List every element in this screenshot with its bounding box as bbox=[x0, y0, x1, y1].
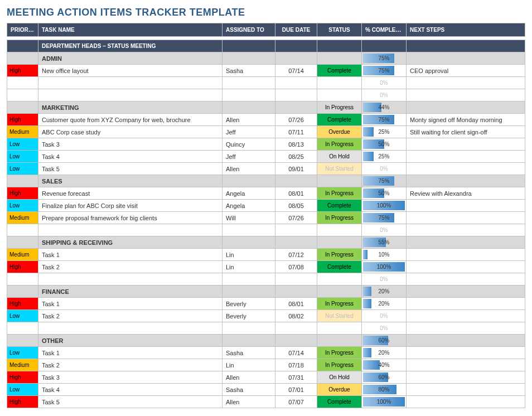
next-steps-cell bbox=[407, 371, 525, 384]
next-steps-cell bbox=[407, 273, 525, 286]
task-name-cell: Customer quote from XYZ Company for web,… bbox=[38, 114, 223, 126]
table-row: MediumPrepare proposal framework for big… bbox=[7, 212, 525, 224]
next-steps-cell: Still waiting for client sign-off bbox=[407, 126, 525, 138]
due-date-cell: 07/12 bbox=[275, 249, 317, 261]
next-steps-cell bbox=[407, 249, 525, 261]
task-name-cell: Task 2 bbox=[38, 310, 223, 322]
assigned-cell: Allen bbox=[223, 114, 275, 126]
section-title: ADMIN bbox=[38, 52, 223, 65]
table-row: HighCustomer quote from XYZ Company for … bbox=[7, 114, 525, 126]
percent-complete-cell: 60% bbox=[362, 371, 407, 384]
task-name-cell: Task 2 bbox=[38, 359, 223, 371]
status-cell bbox=[317, 77, 362, 89]
section-row: SHIPPING & RECEIVING55% bbox=[7, 236, 525, 249]
section-row: ADMIN75% bbox=[7, 52, 525, 65]
status-cell bbox=[317, 89, 362, 101]
due-date-cell: 08/25 bbox=[275, 151, 317, 163]
table-row: 0% bbox=[7, 273, 525, 286]
status-cell: In Progress bbox=[317, 212, 362, 224]
priority-cell: Medium bbox=[7, 126, 38, 138]
next-steps-cell: Monty signed off Monday morning bbox=[407, 114, 525, 126]
due-date-cell: 07/11 bbox=[275, 126, 317, 138]
assigned-cell: Sasha bbox=[223, 65, 275, 77]
percent-complete-cell: 0% bbox=[362, 89, 407, 101]
priority-cell: High bbox=[7, 187, 38, 200]
status-cell bbox=[317, 273, 362, 286]
task-name-cell: ABC Corp case study bbox=[38, 126, 223, 138]
next-steps-cell: CEO approval bbox=[407, 65, 525, 77]
assigned-cell: Allen bbox=[223, 163, 275, 175]
table-row: 0% bbox=[7, 322, 525, 335]
assigned-cell: Lin bbox=[223, 249, 275, 261]
col-priority: PRIORITY bbox=[7, 23, 38, 37]
assigned-cell: Angela bbox=[223, 187, 275, 200]
task-name-cell: Task 5 bbox=[38, 163, 223, 175]
task-name-cell: Task 3 bbox=[38, 138, 223, 151]
status-cell: Complete bbox=[317, 65, 362, 77]
percent-complete-cell: 100% bbox=[362, 200, 407, 212]
table-row: HighNew office layoutSasha07/14Complete7… bbox=[7, 65, 525, 77]
next-steps-cell bbox=[407, 359, 525, 371]
task-name-cell: Task 3 bbox=[38, 371, 223, 384]
col-next: NEXT STEPS bbox=[407, 23, 525, 37]
next-steps-cell bbox=[407, 298, 525, 310]
percent-complete-cell: 20% bbox=[362, 286, 407, 298]
percent-complete-cell: 50% bbox=[362, 138, 407, 151]
status-cell: In Progress bbox=[317, 138, 362, 151]
status-cell: In Progress bbox=[317, 101, 362, 114]
next-steps-cell: Review with Alexandra bbox=[407, 187, 525, 200]
next-steps-cell bbox=[407, 261, 525, 273]
due-date-cell: 07/26 bbox=[275, 114, 317, 126]
percent-complete-cell: 25% bbox=[362, 151, 407, 163]
table-row: LowTask 2Beverly08/02Not Started0% bbox=[7, 310, 525, 322]
table-row: MediumTask 2Lin07/18In Progress40% bbox=[7, 359, 525, 371]
status-cell bbox=[317, 322, 362, 335]
percent-complete-cell: 100% bbox=[362, 261, 407, 273]
tracker-table: PRIORITY TASK NAME ASSIGNED TO DUE DATE … bbox=[7, 23, 525, 408]
percent-complete-cell: 50% bbox=[362, 187, 407, 200]
task-name-cell bbox=[38, 89, 223, 101]
table-row: LowTask 4Jeff08/25On Hold25% bbox=[7, 151, 525, 163]
next-steps-cell bbox=[407, 163, 525, 175]
assigned-cell bbox=[223, 273, 275, 286]
assigned-cell: Allen bbox=[223, 371, 275, 384]
percent-complete-cell: 0% bbox=[362, 310, 407, 322]
priority-cell bbox=[7, 273, 38, 286]
status-cell: In Progress bbox=[317, 187, 362, 200]
task-name-cell: Prepare proposal framework for big clien… bbox=[38, 212, 223, 224]
due-date-cell: 08/01 bbox=[275, 298, 317, 310]
priority-cell: Low bbox=[7, 163, 38, 175]
due-date-cell: 07/08 bbox=[275, 261, 317, 273]
table-row: LowTask 5Allen09/01Not Started0% bbox=[7, 163, 525, 175]
task-name-cell: Revenue forecast bbox=[38, 187, 223, 200]
percent-complete-cell: 10% bbox=[362, 249, 407, 261]
due-date-cell bbox=[275, 273, 317, 286]
percent-complete-cell: 0% bbox=[362, 322, 407, 335]
task-name-cell: Task 5 bbox=[38, 396, 223, 408]
table-row: HighTask 5Allen07/07Complete100% bbox=[7, 396, 525, 408]
task-name-cell bbox=[38, 322, 223, 335]
due-date-cell: 08/05 bbox=[275, 200, 317, 212]
assigned-cell: Beverly bbox=[223, 310, 275, 322]
assigned-cell: Jeff bbox=[223, 151, 275, 163]
next-steps-cell bbox=[407, 347, 525, 359]
percent-complete-cell: 44% bbox=[362, 101, 407, 114]
percent-complete-cell: 75% bbox=[362, 65, 407, 77]
priority-cell: High bbox=[7, 65, 38, 77]
percent-complete-cell: 0% bbox=[362, 163, 407, 175]
priority-cell: Low bbox=[7, 200, 38, 212]
priority-cell: Low bbox=[7, 138, 38, 151]
task-name-cell: Task 4 bbox=[38, 151, 223, 163]
next-steps-cell bbox=[407, 224, 525, 236]
task-name-cell: Task 2 bbox=[38, 261, 223, 273]
priority-cell bbox=[7, 322, 38, 335]
priority-cell: Low bbox=[7, 151, 38, 163]
priority-cell: High bbox=[7, 114, 38, 126]
section-title: MARKETING bbox=[38, 101, 223, 114]
assigned-cell: Lin bbox=[223, 261, 275, 273]
task-name-cell: New office layout bbox=[38, 65, 223, 77]
due-date-cell: 09/01 bbox=[275, 163, 317, 175]
percent-complete-cell: 25% bbox=[362, 126, 407, 138]
due-date-cell: 07/14 bbox=[275, 65, 317, 77]
next-steps-cell bbox=[407, 138, 525, 151]
